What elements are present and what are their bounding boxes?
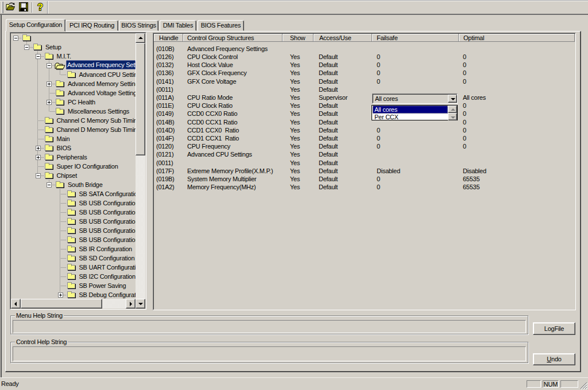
svg-text:?: ? xyxy=(37,2,43,11)
